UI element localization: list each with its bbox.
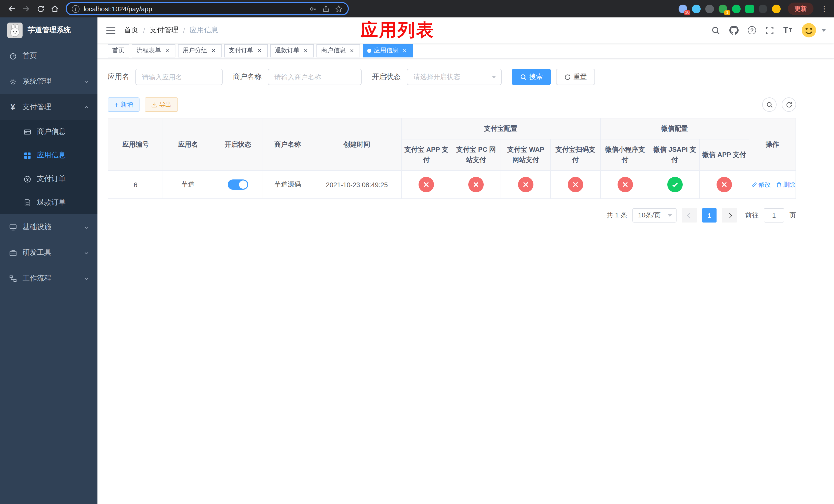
sidebar-menu: 首页系统管理¥支付管理商户信息应用信息支付订单退款订单基础设施研发工具工作流程 (0, 43, 97, 504)
next-page-button[interactable] (722, 208, 737, 223)
browser-home-icon[interactable] (48, 2, 62, 15)
close-icon[interactable]: × (401, 47, 408, 54)
breadcrumb-item: 应用信息 (190, 26, 219, 35)
page-number-button[interactable]: 1 (702, 208, 717, 223)
breadcrumb-item[interactable]: 首页 (124, 26, 138, 35)
status-select[interactable]: 请选择开启状态 (407, 69, 502, 85)
help-icon[interactable]: ? (748, 26, 756, 35)
extensions-area: 101 (679, 4, 781, 13)
sidebar-subitem-merchant-info[interactable]: 商户信息 (0, 120, 97, 143)
edit-link[interactable]: 修改 (751, 181, 771, 189)
merchant-name-input[interactable] (268, 69, 361, 85)
tab-home[interactable]: 首页 (108, 44, 129, 57)
app-logo[interactable]: 芋道管理系统 (0, 18, 97, 43)
filter-item-status: 开启状态 请选择开启状态 (372, 69, 502, 85)
yen-icon: ¥ (8, 103, 18, 111)
sidebar-subitem-pay-order[interactable]: 支付订单 (0, 167, 97, 191)
sidebar-item-workflow[interactable]: 工作流程 (0, 266, 97, 291)
tab-user-group[interactable]: 用户分组× (178, 44, 222, 57)
close-icon[interactable]: × (256, 47, 263, 54)
browser-menu-icon[interactable]: ⋮ (820, 4, 829, 13)
app-grid-icon (23, 152, 32, 159)
active-tab-dot (367, 48, 371, 52)
extension-badge: 1 (724, 10, 730, 15)
extension-2-icon[interactable] (692, 4, 701, 13)
chevron-down-icon[interactable] (822, 29, 826, 31)
extension-1-icon[interactable]: 10 (679, 4, 687, 13)
column-header: 微信 APP 支付 (699, 139, 749, 171)
search-button[interactable]: 搜索 (512, 69, 551, 85)
refund-icon (23, 199, 32, 206)
sidebar-item-home[interactable]: 首页 (0, 43, 97, 69)
github-icon[interactable] (729, 26, 739, 35)
sidebar-item-system[interactable]: 系统管理 (0, 69, 97, 94)
navbar-tools: ? TT (711, 23, 826, 38)
total-count: 共 1 条 (607, 211, 627, 220)
sidebar-item-devtools[interactable]: 研发工具 (0, 240, 97, 266)
cross-circle-icon (717, 177, 732, 192)
password-key-icon[interactable] (309, 5, 317, 13)
browser-refresh-icon[interactable] (34, 2, 47, 15)
status-toggle[interactable] (228, 180, 248, 190)
extension-7-icon[interactable] (759, 4, 767, 13)
tab-pay-order[interactable]: 支付订单× (224, 44, 268, 57)
column-header: 创建时间 (312, 118, 401, 171)
top-navbar: 首页/支付管理/应用信息 应用列表 ? TT (97, 18, 834, 43)
tab-merchant-info[interactable]: 商户信息× (316, 44, 360, 57)
pay-order-icon (23, 175, 32, 183)
tab-app-info[interactable]: 应用信息× (363, 44, 413, 57)
bookmark-star-icon[interactable] (335, 5, 343, 13)
extension-3-icon[interactable] (705, 4, 714, 13)
app-title: 芋道管理系统 (28, 26, 71, 35)
edit-link-label: 修改 (758, 181, 771, 189)
column-header: 支付宝 WAP 网站支付 (501, 139, 551, 171)
refresh-table-button[interactable] (782, 97, 796, 112)
tab-flow-form[interactable]: 流程表单× (132, 44, 175, 57)
cell-app-id: 6 (108, 171, 163, 199)
sidebar-item-pay[interactable]: ¥支付管理 (0, 94, 97, 120)
share-icon[interactable] (322, 5, 330, 13)
extension-6-icon[interactable] (745, 4, 754, 13)
close-icon[interactable]: × (348, 47, 355, 54)
toggle-search-button[interactable] (762, 97, 776, 112)
chevron-left-icon (687, 213, 692, 218)
sidebar-item-infra[interactable]: 基础设施 (0, 214, 97, 240)
sidebar-subitem-app-info[interactable]: 应用信息 (0, 143, 97, 167)
tags-bar: 首页流程表单×用户分组×支付订单×退款订单×商户信息×应用信息× (97, 43, 834, 59)
fullscreen-icon[interactable] (765, 26, 774, 35)
reset-button[interactable]: 重置 (556, 69, 595, 85)
browser-back-icon[interactable] (5, 2, 19, 15)
search-icon[interactable] (711, 26, 720, 35)
sidebar-toggle-icon[interactable] (106, 26, 116, 35)
delete-link[interactable]: 删除 (776, 181, 795, 189)
cell-channel-status (551, 171, 600, 199)
browser-update-button[interactable]: 更新 (788, 3, 813, 15)
close-icon[interactable]: × (163, 47, 171, 54)
site-info-icon[interactable]: i (72, 5, 80, 13)
page-size-select[interactable]: 10条/页 (632, 208, 677, 223)
add-button-label: 新增 (120, 100, 133, 109)
font-size-icon[interactable]: TT (783, 26, 792, 35)
sidebar-subitem-refund-order[interactable]: 退款订单 (0, 191, 97, 214)
breadcrumb-item[interactable]: 支付管理 (150, 26, 178, 35)
cell-channel-status (600, 171, 650, 199)
close-icon[interactable]: × (302, 47, 309, 54)
close-icon[interactable]: × (210, 47, 217, 54)
page-unit-label: 页 (789, 211, 796, 220)
browser-chrome: i localhost:1024/pay/app 101 更新 ⋮ (0, 0, 834, 18)
column-header: 操作 (749, 118, 796, 171)
browser-forward-icon[interactable] (20, 2, 33, 15)
add-button[interactable]: + 新增 (108, 97, 139, 112)
address-bar[interactable]: i localhost:1024/pay/app (66, 2, 349, 15)
extension-4-icon[interactable]: 1 (719, 4, 727, 13)
goto-page-input[interactable] (764, 208, 784, 223)
export-button[interactable]: 导出 (145, 97, 178, 112)
filter-item-app-name: 应用名 (108, 69, 223, 85)
tab-refund-order[interactable]: 退款订单× (270, 44, 314, 57)
prev-page-button[interactable] (682, 208, 697, 223)
extension-8-icon[interactable] (772, 4, 781, 13)
extension-5-icon[interactable] (732, 4, 741, 13)
app-name-input[interactable] (135, 69, 223, 85)
page-title-annotation: 应用列表 (360, 18, 435, 43)
user-avatar[interactable] (801, 23, 816, 38)
